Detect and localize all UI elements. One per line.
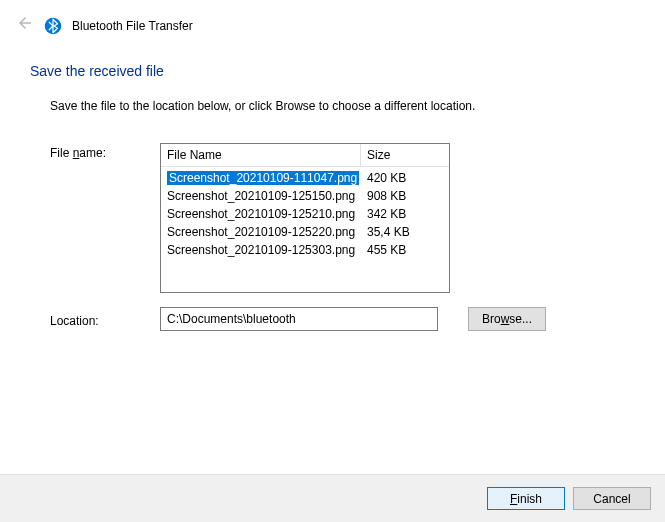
file-row[interactable]: Screenshot_20210109-125210.png342 KB <box>161 205 449 223</box>
file-name-cell: Screenshot_20210109-125220.png <box>167 225 355 239</box>
location-row: Location: Browse... <box>50 307 635 331</box>
file-name-cell: Screenshot_20210109-111047.png <box>167 171 359 185</box>
file-list[interactable]: File Name Size Screenshot_20210109-11104… <box>160 143 450 293</box>
bluetooth-icon <box>44 17 62 35</box>
window-title: Bluetooth File Transfer <box>72 19 193 33</box>
file-list-body: Screenshot_20210109-111047.png420 KBScre… <box>161 167 449 261</box>
column-header-size[interactable]: Size <box>361 144 449 166</box>
file-name-cell: Screenshot_20210109-125150.png <box>167 189 355 203</box>
file-name-row: File name: File Name Size Screenshot_202… <box>50 143 635 293</box>
browse-button[interactable]: Browse... <box>468 307 546 331</box>
window-header: Bluetooth File Transfer <box>0 0 665 45</box>
file-size-cell: 35,4 KB <box>361 223 449 241</box>
file-row[interactable]: Screenshot_20210109-111047.png420 KB <box>161 169 449 187</box>
file-name-cell: Screenshot_20210109-125303.png <box>167 243 355 257</box>
finish-button[interactable]: Finish <box>487 487 565 510</box>
location-input[interactable] <box>160 307 438 331</box>
file-row[interactable]: Screenshot_20210109-125303.png455 KB <box>161 241 449 259</box>
file-size-cell: 908 KB <box>361 187 449 205</box>
cancel-button[interactable]: Cancel <box>573 487 651 510</box>
file-size-cell: 420 KB <box>361 169 449 187</box>
file-name-cell: Screenshot_20210109-125210.png <box>167 207 355 221</box>
file-row[interactable]: Screenshot_20210109-125220.png35,4 KB <box>161 223 449 241</box>
page-title: Save the received file <box>30 63 635 79</box>
content-area: Save the received file Save the file to … <box>0 45 665 331</box>
footer-bar: Finish Cancel <box>0 474 665 522</box>
file-row[interactable]: Screenshot_20210109-125150.png908 KB <box>161 187 449 205</box>
back-arrow-icon <box>16 14 34 37</box>
file-size-cell: 455 KB <box>361 241 449 259</box>
instruction-text: Save the file to the location below, or … <box>50 99 635 113</box>
column-header-name[interactable]: File Name <box>161 144 361 166</box>
location-label: Location: <box>50 311 160 328</box>
file-size-cell: 342 KB <box>361 205 449 223</box>
file-name-label: File name: <box>50 143 160 160</box>
file-list-header[interactable]: File Name Size <box>161 144 449 167</box>
